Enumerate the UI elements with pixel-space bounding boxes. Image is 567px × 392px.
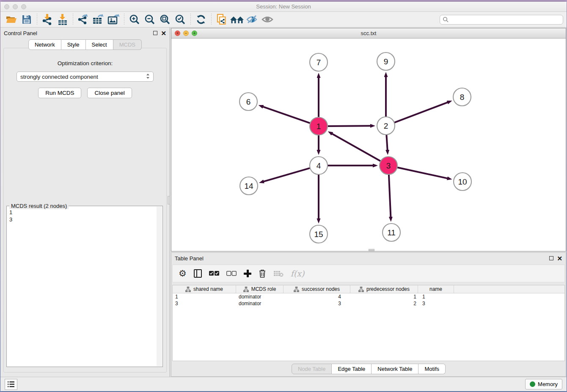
network-view-window: × − + scc.txt 7968124314101511 xyxy=(171,28,566,251)
table-row[interactable]: 3 dominator 3 2 3 xyxy=(173,300,564,307)
float-panel-icon[interactable] xyxy=(153,31,157,35)
control-panel: Control Panel ✕ Network Style Select MCD… xyxy=(0,28,170,377)
apply-layout-button[interactable] xyxy=(193,13,209,26)
tab-node-table[interactable]: Node Table xyxy=(292,364,332,374)
zoom-out-icon xyxy=(144,14,155,25)
zoom-in-button[interactable] xyxy=(127,13,142,26)
save-session-button[interactable] xyxy=(19,13,34,26)
trash-icon xyxy=(259,269,266,278)
hierarchy-icon xyxy=(243,287,249,292)
hierarchy-icon xyxy=(358,287,364,292)
delete-table-icon xyxy=(273,270,284,277)
import-table-icon xyxy=(57,14,68,25)
float-table-panel-icon[interactable] xyxy=(549,256,553,260)
zoom-fit-button[interactable] xyxy=(157,13,173,26)
import-table-button[interactable] xyxy=(55,13,70,26)
graph-edge-1-6[interactable] xyxy=(263,107,311,124)
close-table-panel-icon[interactable]: ✕ xyxy=(557,255,562,262)
result-scrollbar[interactable] xyxy=(157,207,162,366)
clone-network-button[interactable] xyxy=(214,13,229,26)
show-eye-button[interactable] xyxy=(260,13,275,26)
select-all-columns-button[interactable] xyxy=(209,271,219,276)
network-window-titlebar: × − + scc.txt xyxy=(171,28,566,39)
column-header[interactable]: MCDS role xyxy=(236,285,284,293)
open-session-button[interactable] xyxy=(4,13,19,26)
task-history-button[interactable] xyxy=(5,379,17,390)
control-panel-header: Control Panel ✕ xyxy=(0,28,170,39)
tab-network-table[interactable]: Network Table xyxy=(372,364,418,374)
graph-edge-1-2[interactable] xyxy=(327,126,371,126)
tab-motifs[interactable]: Motifs xyxy=(418,364,446,374)
network-canvas[interactable]: 7968124314101511 xyxy=(171,39,566,251)
column-header[interactable]: successor nodes xyxy=(284,285,350,293)
graph-node-label: 1 xyxy=(317,122,321,131)
criterion-value: strongly connected component xyxy=(20,74,98,80)
chevron-up-down-icon xyxy=(146,73,150,80)
hierarchy-icon xyxy=(294,287,299,292)
table-panel-title: Table Panel xyxy=(175,255,204,262)
eye-icon xyxy=(261,15,274,24)
close-panel-icon[interactable]: ✕ xyxy=(161,30,166,36)
export-table-icon xyxy=(92,14,105,25)
graph-edge-2-8[interactable] xyxy=(394,102,448,123)
tab-mcds[interactable]: MCDS xyxy=(113,39,142,50)
memory-button[interactable]: Memory xyxy=(525,379,562,389)
export-table-button[interactable] xyxy=(91,13,106,26)
function-builder-button[interactable]: f(x) xyxy=(291,269,305,278)
mcds-panel-body: Optimization criterion: strongly connect… xyxy=(3,48,167,373)
tab-edge-table[interactable]: Edge Table xyxy=(332,364,372,374)
graph-edge-2-3[interactable] xyxy=(386,134,387,150)
tab-style[interactable]: Style xyxy=(61,39,86,50)
tab-network[interactable]: Network xyxy=(28,39,61,50)
canvas-resize-grip[interactable] xyxy=(369,249,374,251)
toolbar-separator xyxy=(37,14,37,25)
memory-status-icon xyxy=(530,381,535,387)
graph-edge-3-1[interactable] xyxy=(332,134,381,162)
column-header[interactable]: shared name xyxy=(173,285,236,293)
graph-edge-3-11[interactable] xyxy=(389,174,391,217)
export-network-icon xyxy=(77,14,89,25)
graph-edge-4-14[interactable] xyxy=(264,168,311,182)
criterion-dropdown[interactable]: strongly connected component xyxy=(17,72,154,82)
columns-icon xyxy=(194,269,202,278)
show-networks-button[interactable] xyxy=(229,13,245,26)
table-settings-button[interactable]: ⚙ xyxy=(179,268,187,279)
column-header[interactable]: name xyxy=(418,285,454,293)
zoom-in-icon xyxy=(129,14,140,25)
search-field[interactable] xyxy=(440,15,563,25)
zoom-fit-icon xyxy=(160,14,171,25)
zoom-out-button[interactable] xyxy=(142,13,157,26)
show-columns-button[interactable] xyxy=(194,269,202,278)
panel-divider-handle[interactable] xyxy=(168,196,170,204)
graph-node-label: 3 xyxy=(386,161,391,170)
refresh-icon xyxy=(195,14,206,25)
create-column-button[interactable] xyxy=(244,270,251,277)
close-panel-button[interactable]: Close panel xyxy=(87,88,132,98)
documents-share-icon xyxy=(216,14,227,25)
export-image-button[interactable] xyxy=(106,13,121,26)
hide-selected-button[interactable] xyxy=(245,13,260,26)
tab-select[interactable]: Select xyxy=(86,39,113,50)
deselect-all-columns-button[interactable] xyxy=(226,271,237,276)
import-network-button[interactable] xyxy=(40,13,55,26)
column-header[interactable]: predecessor nodes xyxy=(350,285,418,293)
export-network-button[interactable] xyxy=(76,13,91,26)
zoom-selected-button[interactable] xyxy=(173,13,188,26)
delete-table-button[interactable] xyxy=(273,270,284,277)
import-network-icon xyxy=(42,14,53,25)
graph-edge-3-10[interactable] xyxy=(396,167,448,178)
cell-successor-nodes: 4 xyxy=(284,294,350,300)
table-toolbar: ⚙ xyxy=(172,265,565,282)
app-window: Session: New Session xyxy=(0,2,567,391)
cell-successor-nodes: 3 xyxy=(284,301,350,306)
search-input[interactable] xyxy=(449,17,560,22)
graph-node-label: 9 xyxy=(384,57,388,66)
plus-icon xyxy=(244,270,251,277)
delete-column-button[interactable] xyxy=(259,269,266,278)
graph-node-label: 14 xyxy=(244,182,253,190)
table-row[interactable]: 1 dominator 4 1 1 xyxy=(173,293,564,300)
graph-node-label: 15 xyxy=(314,230,323,239)
mcds-result-title: MCDS result (2 nodes) xyxy=(9,203,69,209)
graph-node-label: 2 xyxy=(384,121,388,130)
run-mcds-button[interactable]: Run MCDS xyxy=(38,88,81,98)
